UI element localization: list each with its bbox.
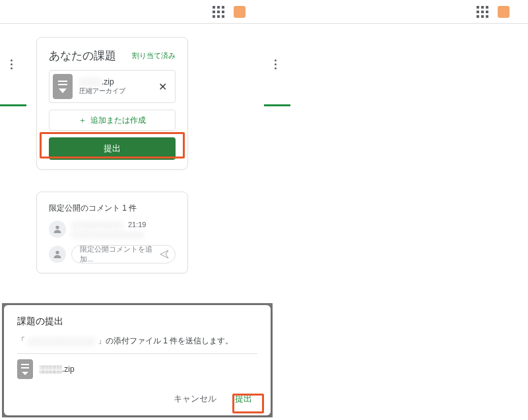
panel-before-submit: あなたの課題 割り当て済み ░░░░.zip 圧縮アーカイブ ✕ ＋ 追加または… [0, 0, 264, 300]
panel-after-submit: あなたの課題 提出済み ░░░░.zip 圧縮アーカイブ 提出を取り消し 限定公… [264, 0, 528, 264]
file-name-blur: ░░░░ [79, 77, 102, 87]
status-assigned: 割り当て済み [132, 51, 176, 61]
commenter-name-blur: ░░░░░░░░░░ [71, 221, 123, 228]
card-title: あなたの課題 [49, 48, 116, 63]
dialog-title: 課題の提出 [17, 316, 257, 328]
google-apps-icon[interactable] [213, 6, 224, 18]
dialog-cancel-button[interactable]: キャンセル [174, 393, 216, 405]
dialog-prefix: 「 [17, 335, 25, 347]
self-avatar-icon [49, 246, 66, 263]
submit-dialog: 課題の提出 「 ░░░░░░░░░░░░ 」の添付ファイル 1 件を送信します。… [4, 305, 271, 415]
comments-title: 限定公開のコメント 1 件 [49, 203, 176, 214]
file-ext: .zip [102, 77, 114, 87]
comment-row: ░░░░░░░░░░ 21:19 ░░░░░░░░░░░░░░ [49, 221, 176, 238]
submit-dialog-backdrop: 課題の提出 「 ░░░░░░░░░░░░ 」の添付ファイル 1 件を送信します。… [2, 303, 273, 417]
svg-point-1 [55, 251, 59, 254]
comment-text-blur: ░░░░░░░░░░░░░░ [71, 230, 176, 238]
dialog-body: 「 ░░░░░░░░░░░░ 」の添付ファイル 1 件を送信します。 [17, 335, 257, 347]
comment-input-row: 限定公開コメントを追加... [49, 245, 176, 263]
dialog-suffix: 」の添付ファイル 1 件を送信します。 [98, 335, 233, 347]
file-subtype: 圧縮アーカイブ [79, 87, 149, 96]
private-comments-card: 限定公開のコメント 1 件 ░░░░░░░░░░ 21:19 ░░░░░░░░░… [36, 192, 188, 273]
dialog-actions: キャンセル 提出 [17, 390, 257, 407]
zip-file-icon [53, 74, 73, 99]
google-apps-icon[interactable] [477, 6, 488, 18]
dialog-divider [17, 353, 257, 354]
add-or-create-label: 追加または作成 [90, 115, 146, 126]
topbar [264, 0, 528, 24]
attachment-row[interactable]: ░░░░.zip 圧縮アーカイブ ✕ [49, 70, 176, 103]
comment-placeholder: 限定公開コメントを追加... [80, 244, 159, 264]
remove-attachment-icon[interactable]: ✕ [156, 81, 170, 93]
dialog-file-name-blur: ░░░░ [40, 365, 62, 374]
more-vert-icon[interactable] [11, 59, 13, 69]
dialog-submit-button[interactable]: 提出 [230, 390, 257, 407]
comment-time: 21:19 [128, 221, 147, 228]
accent-line [264, 104, 290, 106]
account-avatar[interactable] [234, 6, 246, 18]
file-text: ░░░░.zip 圧縮アーカイブ [79, 77, 149, 96]
accent-line [0, 104, 26, 106]
your-work-card: あなたの課題 割り当て済み ░░░░.zip 圧縮アーカイブ ✕ ＋ 追加または… [36, 37, 188, 170]
commenter-avatar-icon [49, 221, 66, 238]
account-avatar[interactable] [498, 6, 510, 18]
topbar [0, 0, 264, 24]
dialog-file-row: ░░░░.zip [17, 359, 257, 379]
more-vert-icon[interactable] [275, 59, 277, 69]
plus-icon: ＋ [79, 115, 86, 126]
submit-button[interactable]: 提出 [49, 137, 176, 160]
add-or-create-button[interactable]: ＋ 追加または作成 [49, 110, 176, 131]
card-header: あなたの課題 割り当て済み [49, 48, 176, 63]
send-icon[interactable] [159, 249, 170, 260]
dialog-file-ext: .zip [62, 365, 75, 374]
svg-point-0 [55, 226, 59, 229]
dialog-assignment-name-blur: ░░░░░░░░░░░░ [28, 337, 95, 346]
comment-input[interactable]: 限定公開コメントを追加... [71, 245, 176, 263]
submit-label: 提出 [104, 143, 121, 155]
zip-file-icon [17, 359, 33, 379]
